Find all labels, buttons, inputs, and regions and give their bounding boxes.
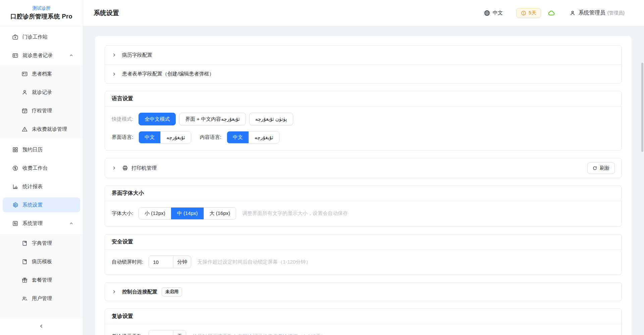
language-switcher[interactable]: 中文 xyxy=(484,10,503,16)
refresh-printers-button[interactable]: 刷新 xyxy=(587,162,615,174)
printer-management-panel: 打印机管理 刷新 xyxy=(105,158,622,178)
chevron-right-icon xyxy=(112,166,116,170)
clinic-name: 测试诊所 xyxy=(33,5,51,11)
sidebar-item-appointment-calendar[interactable]: 预约日历 xyxy=(0,141,83,159)
sidebar-item-label: 病历模板 xyxy=(32,259,52,265)
quick-mode-uyghur-ui-button[interactable]: ئۇيغۇرچە界面 + 中文内容 xyxy=(179,113,246,125)
font-size-segmented: 小 (12px) 中 (14px) 大 (16px) xyxy=(139,207,236,220)
people-icon xyxy=(21,295,28,302)
auto-lock-hint: 无操作超过设定时间后自动锁定屏幕（1-120分钟） xyxy=(197,259,311,265)
auto-lock-input-group: 分钟 xyxy=(149,256,191,268)
medkit-icon xyxy=(12,34,18,40)
gear-icon xyxy=(12,202,18,208)
collapse-patient-form-fields[interactable]: 患者表单字段配置（创建/编辑患者弹框） xyxy=(105,64,622,83)
auto-lock-minutes-input[interactable] xyxy=(149,256,173,268)
sidebar: 测试诊所 口腔诊所管理系统 Pro 门诊工作站 就诊患者记录 xyxy=(0,0,83,335)
trial-days-label: 5天 xyxy=(529,10,536,16)
sidebar-item-label: 就诊患者记录 xyxy=(22,52,53,59)
current-language-label: 中文 xyxy=(493,10,503,16)
interface-language-option-zh[interactable]: 中文 xyxy=(139,131,160,143)
sidebar-item-record-templates[interactable]: 病历模板 xyxy=(0,253,83,271)
sidebar-item-patient-records-group[interactable]: 就诊患者记录 xyxy=(0,46,83,65)
revisit-days-label: 复诊提示天数: xyxy=(112,333,143,335)
sidebar-menu: 门诊工作站 就诊患者记录 患者档案 xyxy=(0,26,83,323)
sidebar-collapse-button[interactable] xyxy=(0,317,83,335)
user-menu[interactable]: 系统管理员 (管理员) xyxy=(570,9,625,16)
sidebar-item-label: 患者档案 xyxy=(32,71,52,77)
chevron-right-icon xyxy=(112,289,116,294)
sidebar-item-label: 统计报表 xyxy=(22,183,43,190)
sidebar-item-visit-records[interactable]: 就诊记录 xyxy=(0,83,83,102)
sidebar-item-dictionary[interactable]: 字典管理 xyxy=(0,234,83,253)
sidebar-item-label: 套餐管理 xyxy=(32,277,52,283)
quick-mode-full-uyghur-button[interactable]: پۈتۈن‎ ئۇيغۇرچە xyxy=(249,113,293,125)
chevron-right-icon xyxy=(112,72,116,76)
person-icon xyxy=(21,89,28,96)
sidebar-item-label: 用户管理 xyxy=(32,295,52,302)
top-header: 系统设置 中文 5天 xyxy=(83,0,644,26)
sidebar-item-label: 疗程管理 xyxy=(32,108,52,114)
chevron-up-icon xyxy=(69,221,73,226)
font-size-option-medium[interactable]: 中 (14px) xyxy=(171,208,204,219)
sidebar-item-system-management-group[interactable]: 系统管理 xyxy=(0,214,83,233)
card-title: 语言设置 xyxy=(105,91,622,107)
days-unit-addon: 天 xyxy=(173,330,186,335)
collapse-printer-management[interactable]: 打印机管理 刷新 xyxy=(105,158,622,178)
sidebar-item-label: 门诊工作站 xyxy=(22,34,48,40)
sidebar-item-label: 系统设置 xyxy=(22,202,43,208)
sidebar-item-package-management[interactable]: 套餐管理 xyxy=(0,271,83,289)
sidebar-item-label: 字典管理 xyxy=(32,240,52,246)
sidebar-item-user-management[interactable]: 用户管理 xyxy=(0,289,83,308)
user-icon xyxy=(570,10,576,16)
content-language-option-zh[interactable]: 中文 xyxy=(227,131,249,143)
id-card-icon xyxy=(12,52,18,59)
content-language-option-ug[interactable]: ئۇيغۇرچە xyxy=(249,131,279,143)
settings-wrapper: 病历字段配置 患者表单字段配置（创建/编辑患者弹框） 语言设置 快捷模式: xyxy=(95,36,632,335)
sidebar-item-statistics-reports[interactable]: 统计报表 xyxy=(0,177,83,196)
font-size-row: 字体大小: 小 (12px) 中 (14px) 大 (16px) 调整界面所有文… xyxy=(112,207,615,220)
font-size-option-large[interactable]: 大 (16px) xyxy=(204,208,236,219)
main-area: 系统设置 中文 5天 xyxy=(83,0,644,335)
app-window: 测试诊所 口腔诊所管理系统 Pro 门诊工作站 就诊患者记录 xyxy=(0,0,644,335)
header-actions: 中文 5天 系统管理员 (管理员) xyxy=(484,8,625,18)
chevron-up-icon xyxy=(69,53,73,58)
revisit-days-input[interactable] xyxy=(149,330,173,335)
sidebar-item-label: 收费工作台 xyxy=(22,165,48,171)
auto-lock-label: 自动锁屏时间: xyxy=(112,259,143,265)
sliders-icon xyxy=(12,220,18,227)
minutes-unit-addon: 分钟 xyxy=(173,256,191,268)
sidebar-item-treatment-courses[interactable]: 疗程管理 xyxy=(0,102,83,120)
revisit-days-input-group: 天 xyxy=(149,330,186,335)
collapse-medical-record-fields[interactable]: 病历字段配置 xyxy=(105,46,622,64)
id-card-icon xyxy=(21,71,28,77)
status-badge-disabled: 未启用 xyxy=(162,287,182,296)
language-settings-card: 语言设置 快捷模式: 全中文模式 ئۇيغۇرچە界面 + 中文内容 پۈتۈن… xyxy=(105,91,622,151)
font-size-label: 字体大小: xyxy=(112,210,133,217)
interface-language-label: 界面语言: xyxy=(112,134,133,141)
sidebar-item-patient-files[interactable]: 患者档案 xyxy=(0,65,83,83)
book-icon xyxy=(21,240,28,246)
font-size-option-small[interactable]: 小 (12px) xyxy=(139,208,171,219)
warning-triangle-icon xyxy=(21,126,28,132)
chevron-right-icon xyxy=(112,53,116,57)
sidebar-item-system-settings[interactable]: 系统设置 xyxy=(3,198,80,212)
collapse-title: 患者表单字段配置（创建/编辑患者弹框） xyxy=(122,71,214,77)
chevron-left-icon xyxy=(39,324,44,329)
trial-days-badge[interactable]: 5天 xyxy=(516,8,541,18)
sidebar-item-unpaid-visits[interactable]: 未收费就诊管理 xyxy=(0,120,83,138)
brand-logo: 测试诊所 口腔诊所管理系统 Pro xyxy=(0,0,83,26)
printer-icon xyxy=(122,165,128,171)
vertical-scrollbar-thumb[interactable] xyxy=(641,63,643,152)
collapse-console-connection[interactable]: 控制台连接配置 未启用 xyxy=(105,283,622,301)
bar-chart-icon xyxy=(12,183,18,190)
sidebar-item-outpatient-workstation[interactable]: 门诊工作站 xyxy=(0,28,83,46)
sidebar-item-billing-workbench[interactable]: 收费工作台 xyxy=(0,159,83,177)
interface-language-option-ug[interactable]: ئۇيغۇرچە xyxy=(160,131,191,143)
card-title: 复诊设置 xyxy=(105,309,622,324)
font-size-card: 界面字体大小 字体大小: 小 (12px) 中 (14px) 大 (16px) … xyxy=(105,185,622,227)
grid-icon xyxy=(12,147,18,153)
username-label: 系统管理员 xyxy=(579,9,605,16)
quick-mode-all-chinese-button[interactable]: 全中文模式 xyxy=(139,113,176,125)
cloud-sync-icon[interactable] xyxy=(548,9,555,17)
content-language-label: 内容语言: xyxy=(200,134,221,141)
